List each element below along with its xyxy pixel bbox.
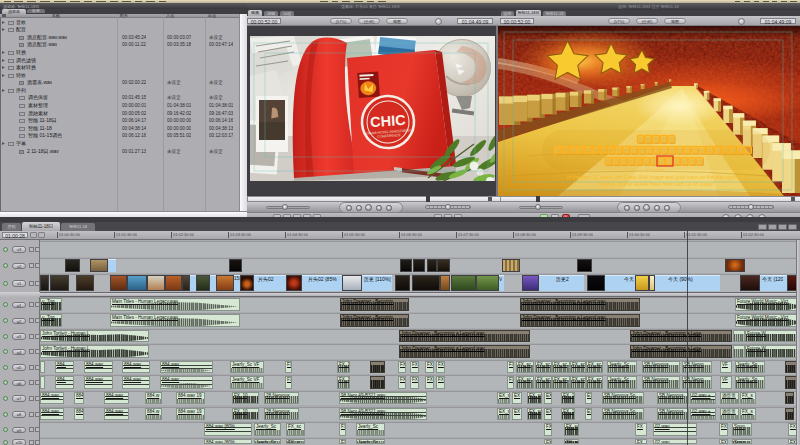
svg-text:In the past 30 years, the Grea: In the past 30 years, the Great Wall ima… — [567, 174, 744, 180]
svg-text:*** *** ********: *** *** ******** — [645, 169, 665, 173]
svg-text:CHIC: CHIC — [370, 112, 407, 130]
